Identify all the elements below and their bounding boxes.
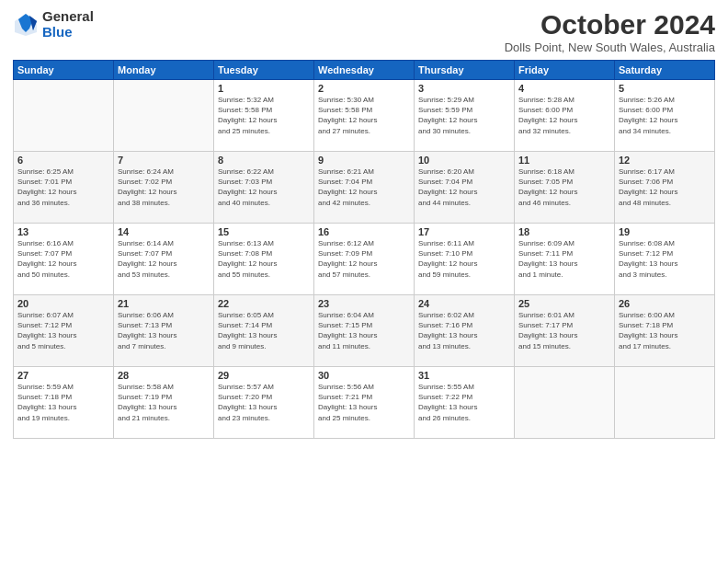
day-number: 14: [118, 226, 210, 237]
day-info: Sunrise: 5:28 AM Sunset: 6:00 PM Dayligh…: [518, 95, 610, 136]
day-number: 9: [318, 155, 410, 166]
day-number: 15: [218, 226, 310, 237]
day-number: 29: [218, 370, 310, 381]
day-cell: 6Sunrise: 6:25 AM Sunset: 7:01 PM Daylig…: [14, 152, 114, 224]
col-tuesday: Tuesday: [214, 61, 314, 80]
day-info: Sunrise: 5:26 AM Sunset: 6:00 PM Dayligh…: [619, 95, 711, 136]
col-sunday: Sunday: [14, 61, 114, 80]
day-info: Sunrise: 5:56 AM Sunset: 7:21 PM Dayligh…: [318, 382, 410, 423]
day-info: Sunrise: 6:01 AM Sunset: 7:17 PM Dayligh…: [518, 310, 610, 351]
day-cell: [14, 80, 114, 152]
day-info: Sunrise: 6:25 AM Sunset: 7:01 PM Dayligh…: [17, 167, 109, 208]
col-wednesday: Wednesday: [314, 61, 415, 80]
day-info: Sunrise: 5:29 AM Sunset: 5:59 PM Dayligh…: [418, 95, 510, 136]
day-info: Sunrise: 5:55 AM Sunset: 7:22 PM Dayligh…: [418, 382, 510, 423]
day-info: Sunrise: 6:20 AM Sunset: 7:04 PM Dayligh…: [418, 167, 510, 208]
day-number: 8: [218, 155, 310, 166]
week-row-5: 27Sunrise: 5:59 AM Sunset: 7:18 PM Dayli…: [14, 367, 715, 439]
day-number: 6: [17, 155, 109, 166]
day-number: 3: [418, 83, 510, 94]
day-cell: 11Sunrise: 6:18 AM Sunset: 7:05 PM Dayli…: [515, 152, 615, 224]
day-cell: 3Sunrise: 5:29 AM Sunset: 5:59 PM Daylig…: [415, 80, 515, 152]
day-number: 17: [418, 226, 510, 237]
day-number: 20: [17, 298, 109, 309]
day-info: Sunrise: 6:14 AM Sunset: 7:07 PM Dayligh…: [118, 238, 210, 280]
day-number: 21: [118, 298, 210, 309]
day-number: 16: [318, 226, 410, 237]
day-info: Sunrise: 6:04 AM Sunset: 7:15 PM Dayligh…: [318, 310, 410, 351]
day-cell: 20Sunrise: 6:07 AM Sunset: 7:12 PM Dayli…: [14, 295, 114, 367]
day-number: 12: [619, 155, 711, 166]
day-cell: 4Sunrise: 5:28 AM Sunset: 6:00 PM Daylig…: [515, 80, 615, 152]
day-cell: [615, 367, 715, 439]
day-number: 22: [218, 298, 310, 309]
day-cell: 27Sunrise: 5:59 AM Sunset: 7:18 PM Dayli…: [14, 367, 114, 439]
week-row-1: 1Sunrise: 5:32 AM Sunset: 5:58 PM Daylig…: [14, 80, 715, 152]
col-friday: Friday: [515, 61, 615, 80]
day-info: Sunrise: 6:05 AM Sunset: 7:14 PM Dayligh…: [218, 310, 310, 351]
day-info: Sunrise: 5:59 AM Sunset: 7:18 PM Dayligh…: [17, 382, 109, 423]
day-number: 30: [318, 370, 410, 381]
day-cell: 23Sunrise: 6:04 AM Sunset: 7:15 PM Dayli…: [314, 295, 415, 367]
day-number: 18: [518, 226, 610, 237]
day-number: 10: [418, 155, 510, 166]
day-number: 19: [619, 226, 711, 237]
day-number: 28: [118, 370, 210, 381]
col-saturday: Saturday: [615, 61, 715, 80]
day-number: 1: [218, 83, 310, 94]
day-info: Sunrise: 6:16 AM Sunset: 7:07 PM Dayligh…: [17, 238, 109, 280]
day-cell: 15Sunrise: 6:13 AM Sunset: 7:08 PM Dayli…: [214, 224, 314, 295]
logo-blue: Blue: [42, 25, 94, 40]
day-number: 11: [518, 155, 610, 166]
day-number: 24: [418, 298, 510, 309]
day-number: 7: [118, 155, 210, 166]
day-cell: 28Sunrise: 5:58 AM Sunset: 7:19 PM Dayli…: [114, 367, 214, 439]
day-number: 31: [418, 370, 510, 381]
calendar-page: General Blue October 2024 Dolls Point, N…: [0, 0, 728, 563]
logo: General Blue: [13, 9, 94, 40]
calendar-header: Sunday Monday Tuesday Wednesday Thursday…: [14, 61, 715, 80]
day-cell: 1Sunrise: 5:32 AM Sunset: 5:58 PM Daylig…: [214, 80, 314, 152]
day-cell: [114, 80, 214, 152]
logo-general: General: [42, 9, 94, 25]
day-cell: 24Sunrise: 6:02 AM Sunset: 7:16 PM Dayli…: [415, 295, 515, 367]
day-number: 27: [17, 370, 109, 381]
day-info: Sunrise: 6:07 AM Sunset: 7:12 PM Dayligh…: [17, 310, 109, 351]
day-info: Sunrise: 6:11 AM Sunset: 7:10 PM Dayligh…: [418, 238, 510, 280]
week-row-2: 6Sunrise: 6:25 AM Sunset: 7:01 PM Daylig…: [14, 152, 715, 224]
day-number: 26: [619, 298, 711, 309]
day-info: Sunrise: 5:30 AM Sunset: 5:58 PM Dayligh…: [318, 95, 410, 136]
header-row: Sunday Monday Tuesday Wednesday Thursday…: [14, 61, 715, 80]
col-thursday: Thursday: [415, 61, 515, 80]
title-block: October 2024 Dolls Point, New South Wale…: [505, 9, 715, 54]
header: General Blue October 2024 Dolls Point, N…: [13, 9, 715, 54]
calendar-subtitle: Dolls Point, New South Wales, Australia: [505, 40, 715, 54]
day-info: Sunrise: 6:12 AM Sunset: 7:09 PM Dayligh…: [318, 238, 410, 280]
day-info: Sunrise: 5:58 AM Sunset: 7:19 PM Dayligh…: [118, 382, 210, 423]
day-cell: 16Sunrise: 6:12 AM Sunset: 7:09 PM Dayli…: [314, 224, 415, 295]
day-info: Sunrise: 6:17 AM Sunset: 7:06 PM Dayligh…: [619, 167, 711, 208]
day-info: Sunrise: 6:13 AM Sunset: 7:08 PM Dayligh…: [218, 238, 310, 280]
day-info: Sunrise: 6:09 AM Sunset: 7:11 PM Dayligh…: [518, 238, 610, 280]
day-cell: 5Sunrise: 5:26 AM Sunset: 6:00 PM Daylig…: [615, 80, 715, 152]
day-cell: 19Sunrise: 6:08 AM Sunset: 7:12 PM Dayli…: [615, 224, 715, 295]
day-cell: 2Sunrise: 5:30 AM Sunset: 5:58 PM Daylig…: [314, 80, 415, 152]
day-cell: 17Sunrise: 6:11 AM Sunset: 7:10 PM Dayli…: [415, 224, 515, 295]
week-row-4: 20Sunrise: 6:07 AM Sunset: 7:12 PM Dayli…: [14, 295, 715, 367]
logo-text: General Blue: [42, 9, 94, 40]
day-info: Sunrise: 6:06 AM Sunset: 7:13 PM Dayligh…: [118, 310, 210, 351]
day-number: 23: [318, 298, 410, 309]
day-cell: [515, 367, 615, 439]
calendar-table: Sunday Monday Tuesday Wednesday Thursday…: [13, 60, 715, 439]
calendar-title: October 2024: [505, 9, 715, 40]
day-cell: 10Sunrise: 6:20 AM Sunset: 7:04 PM Dayli…: [415, 152, 515, 224]
day-cell: 12Sunrise: 6:17 AM Sunset: 7:06 PM Dayli…: [615, 152, 715, 224]
day-cell: 26Sunrise: 6:00 AM Sunset: 7:18 PM Dayli…: [615, 295, 715, 367]
day-info: Sunrise: 6:00 AM Sunset: 7:18 PM Dayligh…: [619, 310, 711, 351]
day-info: Sunrise: 5:57 AM Sunset: 7:20 PM Dayligh…: [218, 382, 310, 423]
day-cell: 13Sunrise: 6:16 AM Sunset: 7:07 PM Dayli…: [14, 224, 114, 295]
day-info: Sunrise: 6:21 AM Sunset: 7:04 PM Dayligh…: [318, 167, 410, 208]
week-row-3: 13Sunrise: 6:16 AM Sunset: 7:07 PM Dayli…: [14, 224, 715, 295]
day-info: Sunrise: 6:22 AM Sunset: 7:03 PM Dayligh…: [218, 167, 310, 208]
calendar-body: 1Sunrise: 5:32 AM Sunset: 5:58 PM Daylig…: [14, 80, 715, 439]
